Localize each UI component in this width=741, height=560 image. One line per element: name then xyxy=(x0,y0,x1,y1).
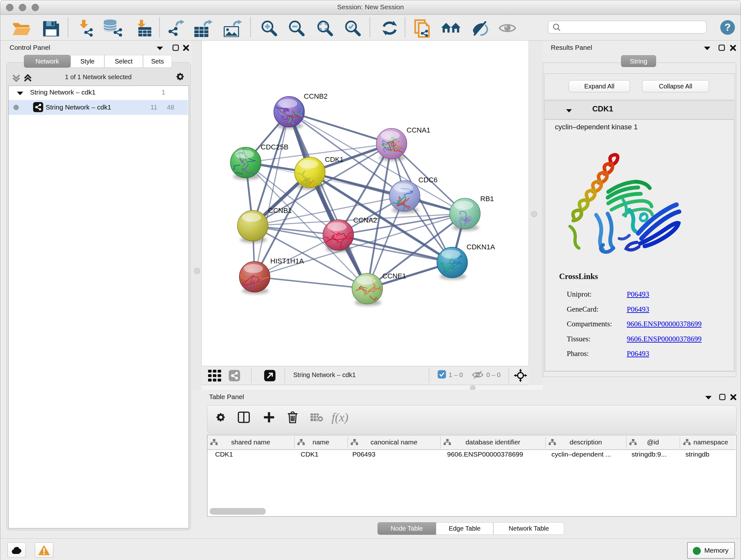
svg-text:RB1: RB1 xyxy=(480,195,494,203)
svg-text:CCNB1: CCNB1 xyxy=(268,206,292,214)
svg-text:CCNA2: CCNA2 xyxy=(353,216,377,224)
svg-text:?: ? xyxy=(724,21,731,33)
svg-text:CDKN1A: CDKN1A xyxy=(467,243,495,251)
svg-text:CDC25B: CDC25B xyxy=(261,143,288,151)
svg-text:CDC6: CDC6 xyxy=(418,176,437,184)
svg-text:CCNA1: CCNA1 xyxy=(407,126,430,134)
svg-text:CCNB2: CCNB2 xyxy=(304,92,328,100)
svg-text:HIST1H1A: HIST1H1A xyxy=(270,257,304,265)
svg-text:CCNE1: CCNE1 xyxy=(382,272,406,280)
svg-text:CDK1: CDK1 xyxy=(325,155,344,164)
